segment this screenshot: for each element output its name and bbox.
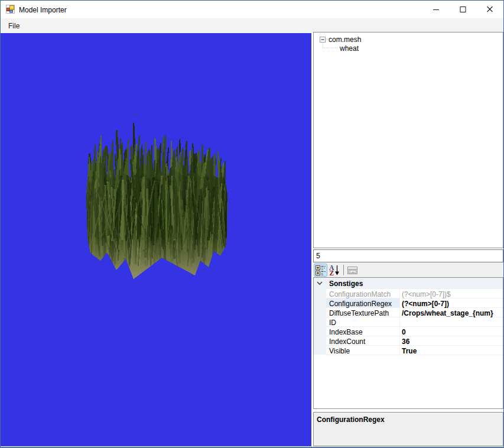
svg-text:Z: Z xyxy=(330,270,334,277)
